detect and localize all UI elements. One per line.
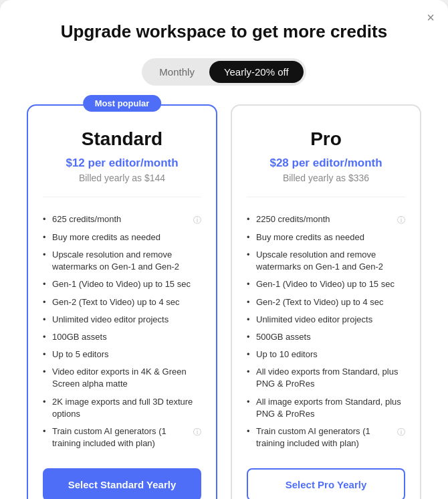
feature-text: Up to 5 editors bbox=[52, 348, 201, 361]
plan-billing: Billed yearly as $144 bbox=[43, 173, 201, 183]
feature-text: Train custom AI generators (1 training i… bbox=[52, 425, 189, 450]
feature-text: Buy more credits as needed bbox=[256, 231, 405, 243]
feature-text: Video editor exports in 4K & Green Scree… bbox=[52, 366, 201, 390]
feature-text: Up to 10 editors bbox=[256, 348, 405, 361]
features-list: 625 credits/month ⓘ Buy more credits as … bbox=[43, 211, 201, 452]
feature-text: Gen-2 (Text to Video) up to 4 sec bbox=[52, 296, 201, 308]
feature-text: Unlimited video editor projects bbox=[52, 314, 201, 326]
upgrade-modal: × Upgrade workspace to get more credits … bbox=[0, 0, 448, 499]
plan-billing: Billed yearly as $336 bbox=[247, 173, 405, 183]
feature-item: Unlimited video editor projects bbox=[247, 311, 405, 328]
feature-item: 625 credits/month ⓘ bbox=[43, 211, 201, 229]
plans-container: Most popular Standard $12 per editor/mon… bbox=[27, 104, 421, 499]
feature-text: Unlimited video editor projects bbox=[256, 314, 405, 326]
feature-item: Upscale resolution and remove watermarks… bbox=[247, 246, 405, 276]
feature-text: Gen-2 (Text to Video) up to 4 sec bbox=[256, 296, 405, 308]
feature-item: Buy more credits as needed bbox=[247, 229, 405, 246]
feature-item: 100GB assets bbox=[43, 328, 201, 346]
feature-text: 100GB assets bbox=[52, 331, 201, 343]
feature-text: All image exports from Standard, plus PN… bbox=[256, 396, 405, 420]
feature-item: Video editor exports in 4K & Green Scree… bbox=[43, 363, 201, 393]
feature-text: 500GB assets bbox=[256, 331, 405, 343]
info-icon[interactable]: ⓘ bbox=[397, 215, 405, 226]
feature-item: Gen-2 (Text to Video) up to 4 sec bbox=[247, 294, 405, 311]
features-list: 2250 credits/month ⓘ Buy more credits as… bbox=[247, 211, 405, 452]
feature-item: Upscale resolution and remove watermarks… bbox=[43, 246, 201, 276]
feature-item: All image exports from Standard, plus PN… bbox=[247, 393, 405, 423]
feature-text: Gen-1 (Video to Video) up to 15 sec bbox=[52, 278, 201, 290]
feature-item: 500GB assets bbox=[247, 328, 405, 346]
billing-toggle-row: Monthly Yearly-20% off bbox=[27, 58, 421, 86]
feature-item: 2250 credits/month ⓘ bbox=[247, 211, 405, 229]
feature-item: Gen-2 (Text to Video) up to 4 sec bbox=[43, 294, 201, 311]
feature-item: Train custom AI generators (1 training i… bbox=[247, 423, 405, 452]
monthly-toggle[interactable]: Monthly bbox=[144, 61, 209, 83]
most-popular-badge: Most popular bbox=[83, 95, 162, 112]
feature-item: Up to 5 editors bbox=[43, 346, 201, 363]
feature-item: Train custom AI generators (1 training i… bbox=[43, 423, 201, 452]
billing-toggle: Monthly Yearly-20% off bbox=[142, 58, 306, 86]
feature-text: Upscale resolution and remove watermarks… bbox=[52, 249, 201, 273]
plan-name: Standard bbox=[43, 128, 201, 150]
yearly-toggle[interactable]: Yearly-20% off bbox=[209, 61, 304, 83]
feature-item: Buy more credits as needed bbox=[43, 229, 201, 246]
modal-title: Upgrade workspace to get more credits bbox=[27, 21, 421, 42]
feature-text: 625 credits/month bbox=[52, 213, 189, 225]
plan-card-pro: Pro $28 per editor/month Billed yearly a… bbox=[231, 104, 421, 499]
close-button[interactable]: × bbox=[427, 11, 435, 24]
feature-item: Up to 10 editors bbox=[247, 346, 405, 363]
select-pro-button[interactable]: Select Pro Yearly bbox=[247, 468, 405, 499]
plan-card-standard: Most popular Standard $12 per editor/mon… bbox=[27, 104, 217, 499]
info-icon[interactable]: ⓘ bbox=[193, 427, 201, 438]
plan-name: Pro bbox=[247, 128, 405, 150]
info-icon[interactable]: ⓘ bbox=[397, 427, 405, 438]
feature-text: All video exports from Standard, plus PN… bbox=[256, 366, 405, 390]
feature-text: 2K image exports and full 3D texture opt… bbox=[52, 396, 201, 420]
plan-price: $28 per editor/month bbox=[247, 157, 405, 170]
feature-text: Gen-1 (Video to Video) up to 15 sec bbox=[256, 278, 405, 290]
feature-item: 2K image exports and full 3D texture opt… bbox=[43, 393, 201, 423]
select-standard-button[interactable]: Select Standard Yearly bbox=[43, 468, 201, 499]
feature-text: Upscale resolution and remove watermarks… bbox=[256, 249, 405, 273]
divider bbox=[247, 197, 405, 197]
info-icon[interactable]: ⓘ bbox=[193, 215, 201, 226]
feature-text: 2250 credits/month bbox=[256, 213, 393, 225]
plan-price: $12 per editor/month bbox=[43, 157, 201, 170]
feature-item: All video exports from Standard, plus PN… bbox=[247, 363, 405, 393]
feature-item: Unlimited video editor projects bbox=[43, 311, 201, 328]
feature-text: Train custom AI generators (1 training i… bbox=[256, 425, 393, 450]
divider bbox=[43, 197, 201, 197]
feature-item: Gen-1 (Video to Video) up to 15 sec bbox=[247, 276, 405, 293]
feature-item: Gen-1 (Video to Video) up to 15 sec bbox=[43, 276, 201, 293]
feature-text: Buy more credits as needed bbox=[52, 231, 201, 243]
